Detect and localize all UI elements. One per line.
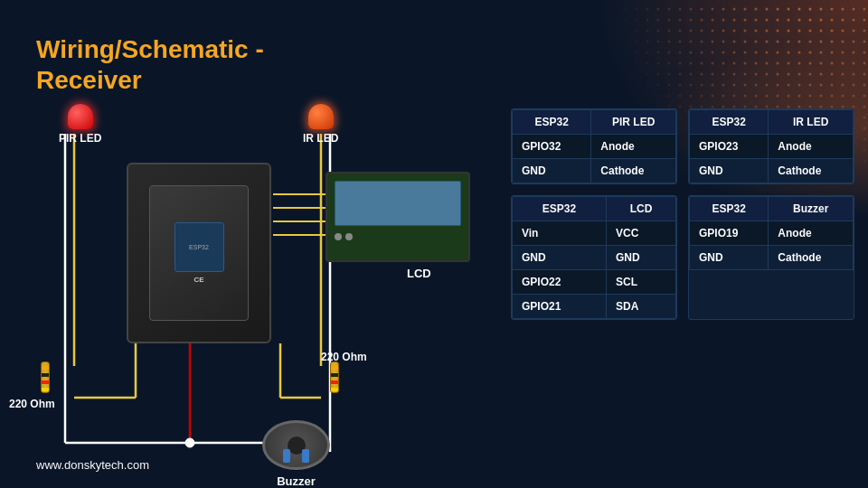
table-header: ESP32 — [513, 197, 607, 221]
resistor-ir-body — [330, 361, 339, 393]
esp32-chip-label: ESP32 — [189, 244, 209, 250]
esp32-logo: CE — [193, 276, 203, 284]
pir-led-bulb — [68, 104, 93, 129]
table-cell: Cathode — [591, 159, 676, 183]
ir-led-label: IR LED — [303, 132, 338, 145]
table-row: GNDGND — [513, 246, 676, 270]
table-cell: GND — [690, 159, 769, 183]
table-cell: GPIO32 — [513, 135, 591, 159]
table-header: Buzzer — [769, 197, 854, 221]
esp32-board: ESP32 CE — [127, 163, 271, 343]
table-row: VinVCC — [513, 221, 676, 246]
table-row: GPIO19Anode — [690, 221, 854, 246]
lcd-label: LCD — [407, 267, 431, 280]
table-cell: GPIO19 — [690, 221, 769, 246]
table-row: GPIO21SDA — [513, 295, 676, 319]
table-row: GPIO22SCL — [513, 270, 676, 295]
ir-led-component: IR LED — [303, 104, 338, 145]
table-cell: GPIO21 — [513, 295, 607, 319]
table-row: GNDCathode — [690, 159, 854, 183]
table-cell: GND — [606, 246, 675, 270]
table-cell: Vin — [513, 221, 607, 246]
table-cell: GND — [690, 246, 769, 270]
buzzer-terminal-right — [302, 449, 309, 463]
page-title: Wiring/Schematic - Receiver — [36, 34, 264, 95]
table-ir-led-table: ESP32IR LEDGPIO23AnodeGNDCathode — [688, 108, 854, 184]
table-cell: Cathode — [769, 246, 854, 270]
table-header: ESP32 — [513, 110, 591, 135]
buzzer-body — [262, 420, 330, 470]
table-cell: VCC — [606, 221, 675, 246]
buzzer-terminal-left — [283, 449, 290, 463]
resistor-pir — [41, 361, 50, 393]
lcd-screen — [335, 181, 461, 226]
resistor-pir-body — [41, 361, 50, 393]
table-header: LCD — [606, 197, 675, 221]
title-line1: Wiring/Schematic - — [36, 34, 264, 65]
table-cell: Cathode — [769, 159, 854, 183]
pir-led-component: PIR LED — [59, 104, 101, 145]
ohm-label-pir: 220 Ohm — [9, 398, 55, 410]
esp32-inner: ESP32 CE — [149, 185, 249, 321]
table-cell: GND — [513, 246, 607, 270]
table-pir-led-table: ESP32PIR LEDGPIO32AnodeGNDCathode — [511, 108, 677, 184]
table-cell: Anode — [769, 221, 854, 246]
table-cell: SDA — [606, 295, 675, 319]
table-row: GPIO23Anode — [690, 135, 854, 159]
wiring-diagram: PIR LED IR LED ESP32 CE LCD 220 Ohm — [9, 99, 515, 452]
table-cell: GPIO23 — [690, 135, 769, 159]
table-lcd-table: ESP32LCDVinVCCGNDGNDGPIO22SCLGPIO21SDA — [511, 195, 677, 320]
table-buzzer-table: ESP32BuzzerGPIO19AnodeGNDCathode — [688, 195, 854, 320]
table-cell: Anode — [769, 135, 854, 159]
table-row: GNDCathode — [690, 246, 854, 270]
tables-area: ESP32PIR LEDGPIO32AnodeGNDCathodeESP32IR… — [511, 108, 854, 320]
ir-led-bulb — [308, 104, 334, 129]
table-cell: GPIO22 — [513, 270, 607, 295]
ohm-label-ir: 220 Ohm — [321, 351, 367, 363]
table-cell: SCL — [606, 270, 675, 295]
website-label: www.donskytech.com — [36, 458, 149, 472]
title-line2: Receiver — [36, 65, 264, 96]
lcd-component — [326, 172, 470, 262]
buzzer-component: Buzzer — [262, 420, 330, 488]
resistor-ir — [330, 361, 339, 393]
table-header: IR LED — [769, 110, 854, 135]
table-cell: GND — [513, 159, 591, 183]
table-cell: Anode — [591, 135, 676, 159]
esp32-chip: ESP32 — [175, 222, 224, 272]
table-header: ESP32 — [690, 197, 769, 221]
table-header: ESP32 — [690, 110, 769, 135]
buzzer-label: Buzzer — [277, 474, 316, 488]
table-header: PIR LED — [591, 110, 676, 135]
pir-led-label: PIR LED — [59, 132, 101, 145]
table-row: GPIO32Anode — [513, 135, 676, 159]
table-row: GNDCathode — [513, 159, 676, 183]
